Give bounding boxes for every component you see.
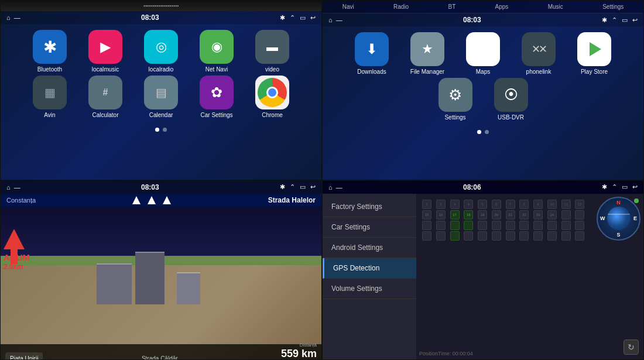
gps-grid-cell: 11 (561, 200, 571, 209)
app-phonelink[interactable]: ✕✕ phonelink (517, 32, 561, 75)
playstore-icon (577, 32, 611, 66)
app-bluetooth[interactable]: ✱ Bluetooth (28, 30, 72, 73)
calculator-icon: # (88, 76, 122, 109)
avin-label: Avin (44, 112, 55, 118)
main-grid: ▪▪▪▪▪▪▪▪▪▪▪▪▪▪▪▪▪▪▪ ⌂ — 08:03 ✱ ⌃ ▭ ↩ ✱ (0, 0, 644, 360)
carsettings-label: Car Settings (200, 112, 232, 118)
gps-grid-cell (478, 221, 487, 230)
bt-icon-br: ✱ (602, 183, 607, 191)
status-right-br: ✱ ⌃ ▭ ↩ (602, 183, 638, 191)
nav-radio[interactable]: Radio (389, 2, 413, 11)
app-localradio[interactable]: ◎ localradio (139, 30, 183, 73)
app-calculator[interactable]: # Calculator (84, 76, 128, 118)
home-icon-br[interactable]: ⌂ (328, 184, 333, 191)
nav-settings[interactable]: Settings (598, 2, 628, 11)
app-calendar[interactable]: ▤ Calendar (139, 76, 183, 118)
gps-grid-cell (547, 221, 557, 230)
downloads-label: Downloads (357, 68, 386, 75)
bt-icon-bl: ✱ (280, 183, 285, 191)
panel-home-screen-2: Navi Radio BT Apps Music Settings ⌂ — 08… (322, 0, 644, 180)
compass: N S E W (597, 197, 640, 241)
chrome-center (266, 87, 278, 98)
gps-grid-cell: 4 (464, 200, 473, 209)
time-tr: 08:03 (463, 16, 481, 24)
top-navigation: Navi Radio BT Apps Music Settings (323, 1, 643, 13)
avin-icon: ▦ (33, 76, 67, 109)
nav-music[interactable]: Music (543, 2, 568, 11)
back-icon-tl[interactable]: ↩ (310, 14, 316, 22)
gps-grid-cell: 23 (533, 210, 543, 220)
status-right-tl: ✱ ⌃ ▭ ↩ (280, 14, 316, 22)
phonelink-label: phonelink (526, 68, 551, 75)
gps-grid-cell (506, 231, 515, 241)
back-icon-bl[interactable]: ↩ (310, 183, 316, 191)
settings-factory[interactable]: Factory Settings (323, 197, 416, 217)
home-icon-tr[interactable]: ⌂ (328, 16, 333, 23)
gps-grid-cell: 20 (492, 210, 501, 220)
maps-icon: 🗺 (466, 32, 500, 66)
settings-gps[interactable]: GPS Detection (323, 258, 416, 279)
app-carsettings[interactable]: ✿ Car Settings (195, 76, 239, 118)
gps-map-panel: Constanța Strada Halelor ACUM 2.9km Piaț… (1, 194, 321, 361)
app-usbdvr[interactable]: ⦿ USB-DVR (489, 78, 533, 121)
app-localmusic[interactable]: ▶ localmusic (84, 30, 128, 73)
status-left-tr: ⌂ — (328, 16, 342, 23)
gps-grid-cell: 6 (492, 200, 501, 209)
gps-arrow-up (148, 196, 156, 204)
nav-bt[interactable]: BT (443, 2, 460, 11)
home-icon-tl[interactable]: ⌂ (6, 14, 11, 21)
position-time: PositionTime: 00:00:04 (419, 351, 473, 356)
gps-grid-cell: 19 (478, 210, 487, 220)
app-settings[interactable]: ⚙ Settings (433, 78, 477, 121)
app-row-1-1: ✱ Bluetooth ▶ localmusic ◎ localradio (12, 30, 310, 73)
phonelink-icon: ✕✕ (522, 32, 556, 66)
header-strip: ▪▪▪▪▪▪▪▪▪▪▪▪▪▪▪▪▪▪▪ (1, 1, 321, 11)
gps-grid-cell: 3 (450, 200, 460, 209)
status-bar-bl: ⌂ — 08:03 ✱ ⌃ ▭ ↩ (1, 181, 321, 194)
gps-grid-cell: 9 (533, 200, 543, 209)
gps-grid-cell (492, 221, 501, 230)
usbdvr-label: USB-DVR (498, 114, 524, 121)
gps-grid-cell (450, 231, 460, 241)
settings-content-area: Factory Settings Car Settings Android Se… (323, 194, 643, 360)
nav-apps[interactable]: Apps (491, 2, 513, 11)
settings-android[interactable]: Android Settings (323, 238, 416, 258)
bluetooth-label: Bluetooth (37, 66, 62, 73)
screen-icon-br: ▭ (622, 183, 628, 191)
signal-dot (634, 198, 639, 203)
app-filemanager[interactable]: ★ File Manager (406, 32, 450, 75)
compass-globe (607, 207, 631, 230)
gps-building-1 (97, 263, 132, 304)
app-row-1-2: ▦ Avin # Calculator ▤ Calendar (12, 76, 310, 118)
status-bar-tl: ⌂ — 08:03 ✱ ⌃ ▭ ↩ (1, 11, 321, 24)
compass-west: W (600, 215, 605, 221)
app-avin[interactable]: ▦ Avin (28, 76, 72, 118)
compass-wrapper: N S E W (597, 197, 640, 241)
app-playstore[interactable]: Play Store (573, 32, 616, 75)
settings-volume[interactable]: Volume Settings (323, 279, 416, 299)
panel-gps: ⌂ — 08:03 ✱ ⌃ ▭ ↩ Constanța (0, 180, 322, 361)
gps-grid-cell (561, 231, 571, 241)
minus-icon-br: — (336, 184, 342, 191)
app-maps[interactable]: 🗺 Maps (461, 32, 505, 75)
chrome-label: Chrome (262, 112, 283, 118)
settings-car[interactable]: Car Settings (323, 217, 416, 238)
video-label: video (265, 66, 279, 73)
calendar-icon: ▤ (144, 76, 178, 109)
signal-icon-tl: ⌃ (290, 14, 295, 22)
app-downloads[interactable]: ⬇ Downloads (350, 32, 394, 75)
gps-grid-cell: 17 (450, 210, 460, 220)
app-video[interactable]: ▬ video (251, 30, 294, 73)
gps-street-label: Strada Halelor (268, 196, 316, 204)
back-icon-br[interactable]: ↩ (632, 183, 638, 191)
home-icon-bl[interactable]: ⌂ (6, 184, 11, 191)
downloads-icon: ⬇ (355, 32, 389, 66)
back-icon-tr[interactable]: ↩ (632, 16, 638, 24)
gps-arrows (132, 196, 171, 204)
screen-icon-tl: ▭ (300, 14, 306, 22)
nav-navi[interactable]: Navi (338, 2, 359, 11)
refresh-button[interactable]: ↻ (624, 340, 639, 355)
app-netnavi[interactable]: ◉ Net Navi (195, 30, 239, 73)
localmusic-icon: ▶ (88, 30, 122, 64)
app-chrome[interactable]: Chrome (251, 76, 294, 118)
